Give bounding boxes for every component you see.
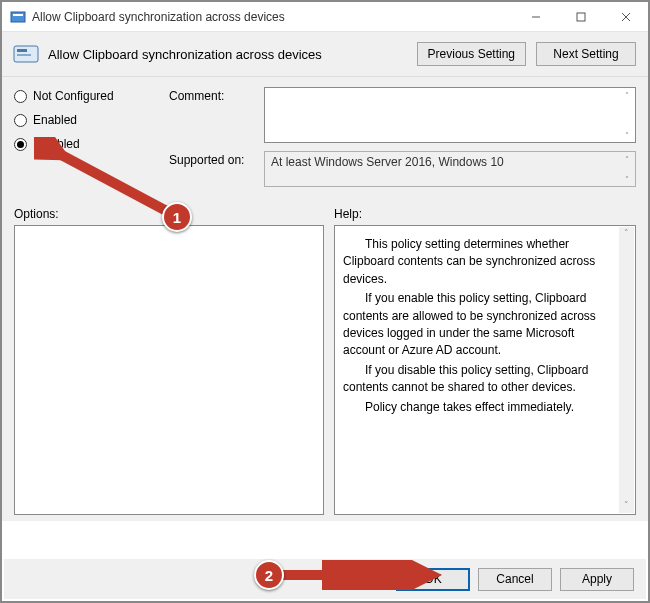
scroll-up-icon[interactable]: ˄ bbox=[620, 153, 634, 165]
radio-icon bbox=[14, 138, 27, 151]
state-radio-group: Not Configured Enabled Disabled bbox=[14, 87, 169, 195]
scroll-up-icon[interactable]: ˄ bbox=[620, 89, 634, 101]
radio-enabled[interactable]: Enabled bbox=[14, 113, 169, 127]
header-title: Allow Clipboard synchronization across d… bbox=[48, 47, 407, 62]
svg-rect-3 bbox=[577, 13, 585, 21]
policy-icon bbox=[12, 40, 40, 68]
ok-button[interactable]: OK bbox=[396, 568, 470, 591]
help-text: This policy setting determines whether C… bbox=[343, 236, 615, 288]
help-text: If you enable this policy setting, Clipb… bbox=[343, 290, 615, 360]
bottom-bar: OK Cancel Apply bbox=[4, 559, 646, 599]
radio-disabled[interactable]: Disabled bbox=[14, 137, 169, 151]
radio-label: Enabled bbox=[33, 113, 77, 127]
apply-button[interactable]: Apply bbox=[560, 568, 634, 591]
help-text: If you disable this policy setting, Clip… bbox=[343, 362, 615, 397]
supported-on-box: At least Windows Server 2016, Windows 10… bbox=[264, 151, 636, 187]
window-title: Allow Clipboard synchronization across d… bbox=[32, 10, 513, 24]
scroll-down-icon[interactable]: ˅ bbox=[620, 129, 634, 141]
scroll-down-icon[interactable]: ˅ bbox=[620, 173, 634, 185]
supported-on-label: Supported on: bbox=[169, 151, 264, 167]
radio-icon bbox=[14, 114, 27, 127]
scroll-down-icon[interactable]: ˅ bbox=[619, 499, 634, 513]
close-button[interactable] bbox=[603, 2, 648, 32]
scrollbar[interactable]: ˄˅ bbox=[620, 153, 634, 185]
scrollbar[interactable]: ˄˅ bbox=[620, 89, 634, 141]
previous-setting-button[interactable]: Previous Setting bbox=[417, 42, 526, 66]
cancel-button[interactable]: Cancel bbox=[478, 568, 552, 591]
svg-rect-1 bbox=[13, 14, 23, 16]
supported-on-value: At least Windows Server 2016, Windows 10 bbox=[271, 155, 504, 169]
next-setting-button[interactable]: Next Setting bbox=[536, 42, 636, 66]
svg-rect-8 bbox=[17, 54, 31, 56]
svg-rect-7 bbox=[17, 49, 27, 52]
titlebar: Allow Clipboard synchronization across d… bbox=[2, 2, 648, 32]
app-icon bbox=[10, 9, 26, 25]
scrollbar[interactable]: ˄˅ bbox=[619, 227, 634, 513]
maximize-button[interactable] bbox=[558, 2, 603, 32]
options-pane bbox=[14, 225, 324, 515]
help-pane: This policy setting determines whether C… bbox=[334, 225, 636, 515]
options-label: Options: bbox=[14, 207, 334, 221]
help-text: Policy change takes effect immediately. bbox=[343, 399, 615, 416]
minimize-button[interactable] bbox=[513, 2, 558, 32]
scroll-up-icon[interactable]: ˄ bbox=[619, 227, 634, 241]
radio-icon bbox=[14, 90, 27, 103]
window-controls bbox=[513, 2, 648, 31]
svg-rect-0 bbox=[11, 12, 25, 22]
help-label: Help: bbox=[334, 207, 636, 221]
radio-label: Disabled bbox=[33, 137, 80, 151]
section-labels: Options: Help: bbox=[2, 201, 648, 225]
radio-label: Not Configured bbox=[33, 89, 114, 103]
header-strip: Allow Clipboard synchronization across d… bbox=[2, 32, 648, 77]
fields-column: Comment: ˄˅ Supported on: At least Windo… bbox=[169, 87, 636, 195]
panes: This policy setting determines whether C… bbox=[2, 225, 648, 521]
radio-not-configured[interactable]: Not Configured bbox=[14, 89, 169, 103]
comment-label: Comment: bbox=[169, 87, 264, 103]
comment-textarea[interactable]: ˄˅ bbox=[264, 87, 636, 143]
config-area: Not Configured Enabled Disabled Comment:… bbox=[2, 77, 648, 201]
